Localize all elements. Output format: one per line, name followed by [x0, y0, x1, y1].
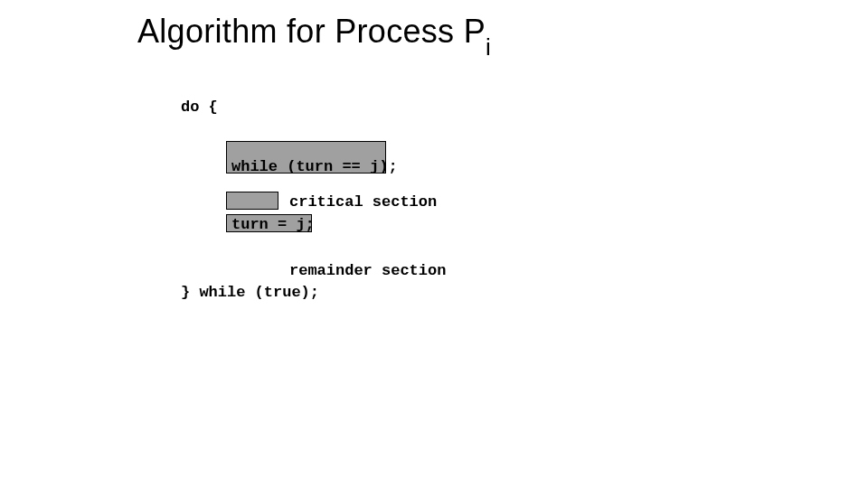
title-main: Algorithm for Process P [137, 13, 486, 50]
highlight-box-small [226, 192, 278, 210]
title-subscript: i [486, 33, 491, 61]
code-line-critical-section: critical section [289, 193, 437, 211]
code-line-do: do { [181, 99, 218, 115]
page-title: Algorithm for Process Pi [137, 13, 491, 56]
code-line-endwhile: } while (true); [181, 284, 319, 301]
code-line-remainder-section: remainder section [289, 262, 446, 279]
code-line-turn-assign: turn = j; [231, 216, 315, 233]
code-line-while: while (turn == j); [231, 158, 398, 175]
slide: Algorithm for Process Pi do { while (tur… [0, 0, 868, 488]
